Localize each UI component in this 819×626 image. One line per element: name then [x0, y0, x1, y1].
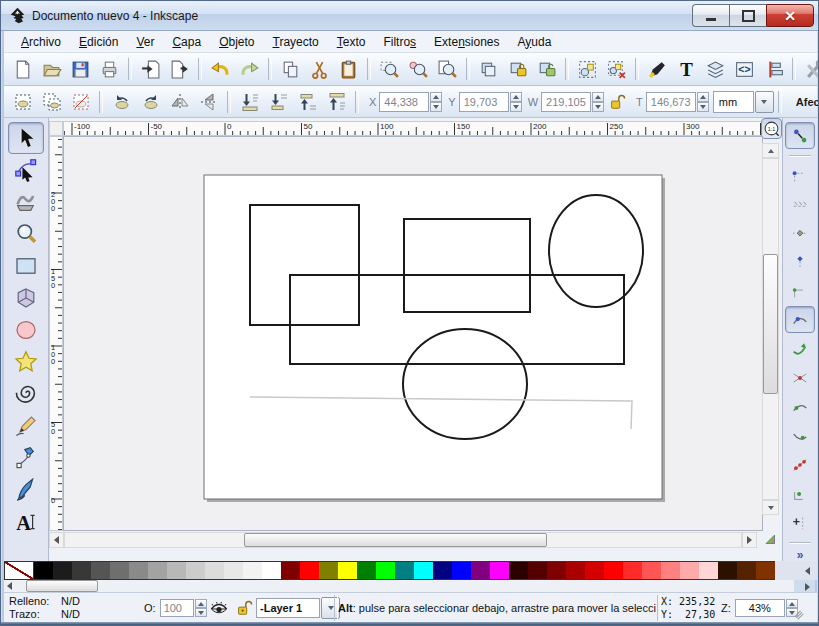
- unit-dropdown-button[interactable]: [755, 91, 774, 113]
- palette-swatch-16[interactable]: [319, 561, 338, 580]
- duplicate-button[interactable]: [474, 55, 503, 84]
- tool-calligraphy-button[interactable]: [8, 474, 44, 506]
- snap-node-button[interactable]: [785, 248, 815, 275]
- palette-swatch-6[interactable]: [129, 561, 148, 580]
- current-layer-selector[interactable]: -Layer 1: [256, 593, 340, 623]
- export-button[interactable]: [165, 55, 194, 84]
- palette-swatch-2[interactable]: [53, 561, 72, 580]
- palette-swatch-14[interactable]: [281, 561, 300, 580]
- lower-bottom-button[interactable]: [235, 87, 264, 116]
- save-button[interactable]: [66, 55, 95, 84]
- palette-swatch-22[interactable]: [433, 561, 452, 580]
- zoom-selection-button[interactable]: [375, 55, 404, 84]
- snap-path-button[interactable]: [785, 306, 815, 333]
- zoom-page-button[interactable]: [433, 55, 462, 84]
- text-dialog-button[interactable]: T: [672, 55, 701, 84]
- opacity-input[interactable]: 100: [160, 599, 194, 617]
- tool-spiral-button[interactable]: [8, 378, 44, 410]
- snap-enable-button[interactable]: [785, 122, 815, 149]
- paste-button[interactable]: [334, 55, 363, 84]
- layer-lock-button[interactable]: [235, 593, 253, 623]
- menu-capa[interactable]: Capa: [163, 33, 210, 51]
- tool-rect-button[interactable]: [8, 250, 44, 282]
- rotate-cw-button[interactable]: [136, 87, 165, 116]
- minimize-button[interactable]: [692, 4, 729, 27]
- x-input[interactable]: 44,338: [379, 92, 429, 112]
- palette-swatch-8[interactable]: [167, 561, 186, 580]
- lock-ratio-button[interactable]: [604, 87, 630, 116]
- palette-swatch-27[interactable]: [528, 561, 547, 580]
- new-button[interactable]: [8, 55, 37, 84]
- palette-swatch-32[interactable]: [623, 561, 642, 580]
- flip-h-button[interactable]: [165, 87, 194, 116]
- tool-select-button[interactable]: [8, 122, 44, 154]
- menu-filtros[interactable]: Filtros: [374, 33, 425, 51]
- cut-button[interactable]: [305, 55, 334, 84]
- sticky-zoom-button[interactable]: 1:1: [761, 118, 782, 139]
- ungroup-button[interactable]: [602, 55, 631, 84]
- zoom-drawing-button[interactable]: [404, 55, 433, 84]
- y-input[interactable]: 19,703: [459, 92, 509, 112]
- palette-swatch-31[interactable]: [604, 561, 623, 580]
- menu-archivo[interactable]: Archivo: [12, 33, 70, 51]
- palette-swatch-34[interactable]: [661, 561, 680, 580]
- preferences-button[interactable]: [800, 55, 819, 84]
- snap-origin-button[interactable]: [785, 480, 815, 507]
- opacity-spinner[interactable]: [195, 599, 207, 617]
- snap-bbox-corner-button[interactable]: [785, 161, 815, 188]
- horizontal-scrollbar[interactable]: [49, 532, 757, 548]
- rotate-ccw-button[interactable]: [107, 87, 136, 116]
- snap-beads-button[interactable]: [785, 451, 815, 478]
- vscroll-thumb[interactable]: [763, 254, 778, 394]
- hscroll-left-button[interactable]: [49, 532, 64, 548]
- palette-swatch-none[interactable]: [4, 561, 34, 580]
- redo-button[interactable]: [235, 55, 264, 84]
- snap-grid-button[interactable]: [785, 509, 815, 536]
- align-dialog-button[interactable]: [759, 55, 788, 84]
- palette-swatch-19[interactable]: [376, 561, 395, 580]
- palette-swatch-25[interactable]: [490, 561, 509, 580]
- tool-ellipse-button[interactable]: [8, 314, 44, 346]
- palette-swatch-10[interactable]: [205, 561, 224, 580]
- raise-top-button[interactable]: [322, 87, 351, 116]
- palette-swatch-18[interactable]: [357, 561, 376, 580]
- open-button[interactable]: [37, 55, 66, 84]
- tool-star-button[interactable]: [8, 346, 44, 378]
- palette-swatch-37[interactable]: [718, 561, 737, 580]
- lower-button[interactable]: [264, 87, 293, 116]
- select-all-layers-button[interactable]: [37, 87, 66, 116]
- w-spinner[interactable]: [592, 92, 604, 112]
- vscroll-down-button[interactable]: [762, 500, 779, 515]
- vertical-scrollbar[interactable]: [762, 143, 779, 515]
- menu-ayuda[interactable]: Ayuda: [509, 33, 561, 51]
- horizontal-ruler[interactable]: -100-50050100150200250300350: [63, 121, 763, 136]
- snap-arc1-button[interactable]: [785, 393, 815, 420]
- palette-scrollbar[interactable]: [4, 580, 794, 592]
- palette-swatch-11[interactable]: [224, 561, 243, 580]
- menu-objeto[interactable]: Objeto: [210, 33, 263, 51]
- maximize-button[interactable]: [729, 4, 766, 27]
- menu-ver[interactable]: Ver: [127, 33, 163, 51]
- select-all-button[interactable]: [8, 87, 37, 116]
- snap-corner-button[interactable]: [785, 277, 815, 304]
- palette-swatch-33[interactable]: [642, 561, 661, 580]
- palette-swatch-36[interactable]: [699, 561, 718, 580]
- xml-editor-button[interactable]: <>: [730, 55, 759, 84]
- palette-swatch-4[interactable]: [91, 561, 110, 580]
- zoom-input[interactable]: 43%: [735, 599, 785, 617]
- palette-swatch-39[interactable]: [756, 561, 775, 580]
- palette-swatch-15[interactable]: [300, 561, 319, 580]
- import-button[interactable]: [136, 55, 165, 84]
- color-managed-view-toggle[interactable]: [762, 532, 780, 548]
- flip-v-button[interactable]: [194, 87, 223, 116]
- palette-swatch-12[interactable]: [243, 561, 262, 580]
- undo-button[interactable]: [206, 55, 235, 84]
- palette-swatch-5[interactable]: [110, 561, 129, 580]
- snap-arc2-button[interactable]: [785, 422, 815, 449]
- tool-zoom-button[interactable]: [8, 218, 44, 250]
- palette-swatch-26[interactable]: [509, 561, 528, 580]
- palette-swatch-29[interactable]: [566, 561, 585, 580]
- snap-bbox-edge-button[interactable]: [785, 190, 815, 217]
- print-button[interactable]: [95, 55, 124, 84]
- palette-swatch-1[interactable]: [34, 561, 53, 580]
